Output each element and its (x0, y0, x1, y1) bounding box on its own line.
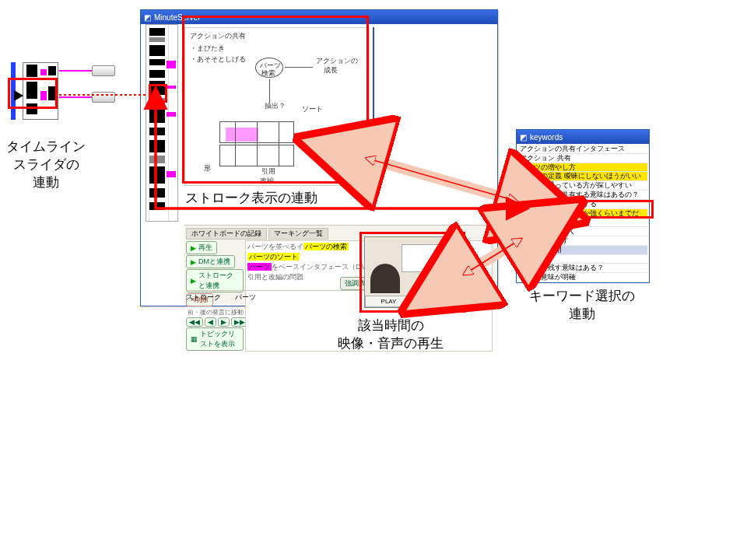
nav-next[interactable]: ▶ (218, 317, 230, 327)
wb-text: ・まびたき (190, 44, 225, 54)
video-play-button[interactable]: PLAY (365, 296, 412, 307)
keyword-item[interactable]: 引用 (518, 255, 647, 264)
nav-label: 前・後の発言に移動 (188, 308, 244, 317)
play-icon: ▶ (191, 277, 196, 285)
keyword-title: keywords (530, 133, 563, 142)
keyword-window: ◩ keywords アクションの共有インタフェースアクション 共有パーツの増や… (516, 129, 650, 283)
keyword-item[interactable]: 合成 (518, 218, 647, 227)
keyword-item[interactable]: 複雑なものを共有する意味はあるの？ (518, 191, 647, 200)
topic-list-button[interactable]: ▦トピックリストを表示 (186, 327, 244, 351)
keyword-item[interactable]: あとから増やす (518, 236, 647, 246)
keyword-item[interactable]: アクション 共有 (518, 154, 647, 163)
wb-text: 成長 (324, 65, 338, 75)
keyword-item[interactable]: 授権が統通っている方が探しやすい (518, 181, 647, 191)
anno-keyword: キーワード選択の連動 (529, 288, 635, 324)
keyword-item[interactable]: パーツの増やし方 (518, 163, 647, 173)
keyword-item[interactable]: あとについて置く (518, 227, 647, 236)
wb-text: ソート (302, 104, 323, 114)
wb-text: ・あそそとしげる (190, 54, 246, 65)
keyword-item[interactable]: リンクを残す意味はある？ (518, 264, 647, 273)
keyword-item[interactable]: 言語は意味が明確 (518, 273, 647, 282)
nav-prev[interactable]: ◀ (205, 317, 216, 327)
list-icon: ▦ (191, 335, 198, 343)
keyword-titlebar[interactable]: ◩ keywords (517, 130, 649, 144)
play-icon: ▶ (191, 244, 196, 252)
slider-handle-1[interactable] (92, 65, 115, 76)
keyword-item[interactable]: 分割して利用 (518, 246, 647, 255)
anno-stroke: ストローク表示の連動 (185, 190, 317, 208)
main-titlebar[interactable]: ◩ MinuteServer (141, 10, 497, 24)
keyword-item[interactable]: 整数履歴の数で分類する (518, 200, 647, 209)
play-button[interactable]: ▶再生 (186, 241, 217, 254)
bottom-tab-stroke[interactable]: ストローク (186, 292, 221, 303)
wb-text: 抽出？ (265, 101, 286, 111)
app-icon: ◩ (520, 133, 527, 142)
wb-text: アクションの共有 (190, 31, 246, 41)
bottom-tab-parts[interactable]: パーツ (235, 292, 256, 303)
keyword-list[interactable]: アクションの共有インタフェースアクション 共有パーツの増やし方パーツの定義 曖昧… (517, 144, 649, 282)
app-icon: ◩ (144, 13, 151, 22)
video-window: PLAY CURRENT (364, 236, 461, 308)
dm-link-button[interactable]: ▶DMと連携 (186, 255, 235, 268)
video-current-button[interactable]: CURRENT (412, 296, 460, 307)
main-title: MinuteServer (154, 13, 200, 22)
keyword-item[interactable]: パーツは多くて５とか強くらいまでだ (518, 209, 647, 219)
video-frame[interactable] (367, 240, 458, 293)
inner-timeline[interactable] (146, 24, 178, 222)
stroke-link-button[interactable]: ▶ストロークと連携 (186, 269, 244, 292)
wb-text: 形 (204, 163, 211, 173)
keyword-item[interactable]: アクションの共有インタフェース (518, 145, 647, 154)
wb-text: 検索 (261, 68, 275, 79)
tab-marking[interactable]: マーキング一覧 (268, 228, 328, 240)
anno-video: 該当時間の映像・音声の再生 (338, 317, 444, 353)
tab-whiteboard[interactable]: ホワイトボードの記録 (186, 228, 267, 240)
anno-timeline: タイムラインスライダの連動 (6, 138, 86, 192)
whiteboard[interactable]: アクションの共有 ・まびたき ・あそそとしげる パーツ 検索 アクションの 成長… (184, 27, 370, 186)
slider-handle-2[interactable] (92, 92, 115, 103)
nav-prev-fast[interactable]: ◀◀ (186, 317, 203, 327)
keyword-item[interactable]: パーツの定義 曖昧にしないほうがいい (518, 172, 647, 181)
play-icon: ▶ (191, 258, 196, 266)
wb-text: 改編 (260, 176, 274, 186)
left-timeline-slider (11, 62, 120, 120)
